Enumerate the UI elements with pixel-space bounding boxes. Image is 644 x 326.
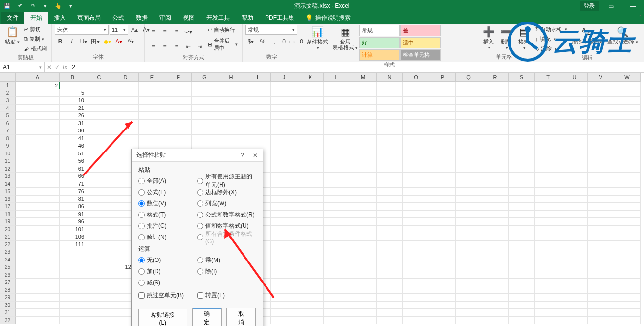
cell[interactable] [535, 263, 561, 271]
cell[interactable] [86, 135, 112, 143]
paste-option-radio[interactable]: 所有合并条件格式(G) [197, 232, 256, 242]
cell[interactable] [429, 89, 456, 97]
cell[interactable] [561, 150, 588, 158]
tab-developer[interactable]: 开发工具 [200, 12, 236, 24]
cell[interactable] [297, 279, 324, 286]
cell[interactable] [535, 279, 561, 286]
cell[interactable] [509, 256, 535, 264]
dialog-title-bar[interactable]: 选择性粘贴 ? ✕ [132, 149, 263, 162]
cell[interactable] [456, 263, 482, 271]
cell[interactable] [350, 180, 377, 188]
cell[interactable] [324, 302, 350, 309]
cell[interactable] [86, 196, 112, 203]
cell[interactable] [614, 203, 641, 211]
cell[interactable] [86, 241, 112, 249]
cell[interactable] [403, 112, 429, 120]
cell[interactable] [456, 180, 482, 188]
cell[interactable] [112, 105, 139, 112]
cell[interactable] [86, 157, 112, 165]
style-check[interactable]: 检查单元格 [400, 49, 441, 61]
cell[interactable] [614, 120, 641, 128]
cell[interactable] [297, 97, 324, 105]
cell[interactable] [482, 165, 509, 173]
cell[interactable] [614, 196, 641, 203]
cell[interactable] [271, 97, 297, 105]
op-option-radio[interactable]: 加(D) [138, 266, 197, 276]
cell[interactable] [535, 127, 561, 135]
cell[interactable] [429, 233, 456, 241]
cell[interactable] [16, 317, 60, 325]
cell[interactable] [509, 157, 535, 165]
enter-fx-icon[interactable]: ✓ [55, 64, 60, 71]
cell[interactable] [271, 263, 297, 271]
column-header[interactable]: B [60, 73, 86, 82]
column-header[interactable]: S [509, 73, 535, 82]
cell[interactable] [509, 302, 535, 309]
column-header[interactable]: O [403, 73, 429, 82]
cell[interactable] [297, 157, 324, 165]
column-header[interactable]: M [350, 73, 377, 82]
cell[interactable] [165, 89, 192, 97]
cell[interactable] [86, 112, 112, 120]
cell[interactable] [350, 97, 377, 105]
paste-option-radio[interactable]: 验证(N) [138, 232, 197, 242]
cell[interactable] [86, 226, 112, 234]
cell[interactable] [403, 263, 429, 271]
cell[interactable] [535, 241, 561, 249]
cell[interactable] [297, 211, 324, 218]
cell[interactable] [509, 226, 535, 234]
cell[interactable] [456, 105, 482, 112]
cell[interactable] [561, 248, 588, 256]
cell[interactable] [350, 241, 377, 249]
cell[interactable] [429, 82, 456, 89]
cell[interactable] [16, 112, 60, 120]
row-header[interactable]: 7 [0, 127, 16, 135]
column-header[interactable]: R [482, 73, 509, 82]
cell[interactable] [614, 82, 641, 89]
cell[interactable] [297, 302, 324, 309]
cell[interactable] [377, 279, 403, 286]
cell[interactable] [482, 105, 509, 112]
cell[interactable] [324, 286, 350, 294]
cell[interactable] [403, 173, 429, 180]
cell[interactable] [192, 89, 218, 97]
row-header[interactable]: 32 [0, 317, 16, 325]
cell[interactable] [324, 180, 350, 188]
cell[interactable] [350, 218, 377, 226]
cell[interactable] [60, 302, 86, 309]
cell[interactable] [271, 294, 297, 302]
cell[interactable] [509, 211, 535, 218]
cell[interactable] [588, 241, 614, 249]
cell[interactable] [535, 142, 561, 150]
cell[interactable] [244, 82, 271, 89]
cell[interactable] [561, 196, 588, 203]
cell[interactable] [297, 196, 324, 203]
cell[interactable] [429, 135, 456, 143]
cell[interactable] [218, 127, 244, 135]
cell[interactable] [403, 188, 429, 196]
cell[interactable] [16, 241, 60, 249]
cell[interactable] [324, 105, 350, 112]
customize-icon[interactable]: ▾ [41, 2, 50, 11]
cell[interactable] [429, 173, 456, 180]
cell[interactable] [350, 226, 377, 234]
tab-data[interactable]: 数据 [130, 12, 154, 24]
cell[interactable] [509, 105, 535, 112]
cell[interactable] [324, 294, 350, 302]
column-header[interactable]: W [614, 73, 641, 82]
cell[interactable] [429, 105, 456, 112]
align-left-icon[interactable]: ≡ [148, 42, 158, 52]
cell[interactable] [139, 89, 165, 97]
cell[interactable] [588, 203, 614, 211]
cell[interactable] [588, 294, 614, 302]
cell[interactable] [377, 165, 403, 173]
cell[interactable] [403, 203, 429, 211]
cell[interactable] [429, 279, 456, 286]
cell[interactable] [614, 105, 641, 112]
cell[interactable] [456, 302, 482, 309]
cell[interactable] [614, 97, 641, 105]
cell[interactable]: 76 [60, 188, 86, 196]
cell[interactable] [403, 105, 429, 112]
cell[interactable] [139, 82, 165, 89]
cell[interactable] [561, 241, 588, 249]
